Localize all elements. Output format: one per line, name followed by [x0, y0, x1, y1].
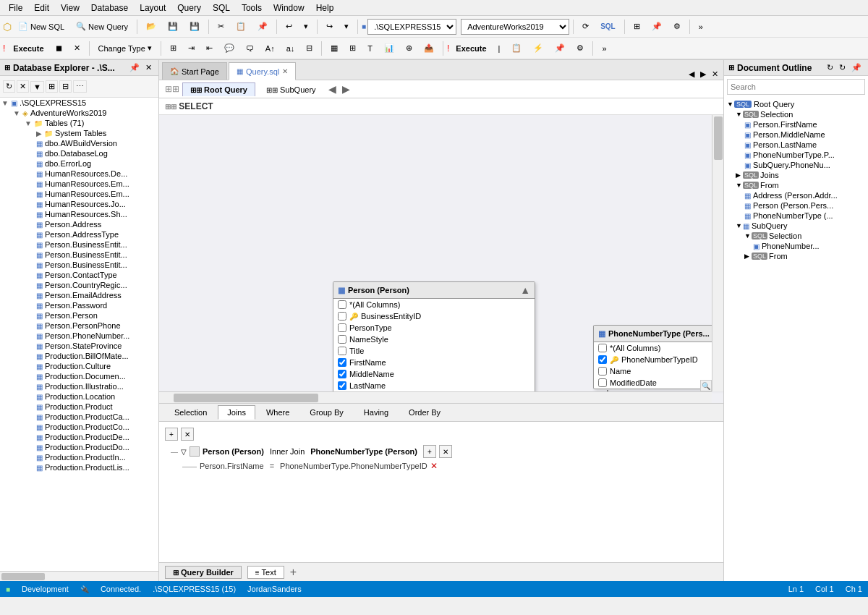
tree-table-18[interactable]: ▦ Person.PersonPhone: [0, 321, 158, 331]
tab-having[interactable]: Having: [354, 405, 398, 420]
tab-close-button[interactable]: ✕: [282, 67, 288, 75]
indent-button[interactable]: ⇥: [183, 40, 200, 57]
menu-file[interactable]: File: [3, 1, 28, 14]
text-button[interactable]: T: [362, 40, 378, 57]
sq-expand[interactable]: ▼: [736, 222, 743, 229]
phone-check-2[interactable]: [598, 367, 607, 376]
outline-from[interactable]: ▼ SQL From: [726, 180, 867, 190]
menu-help[interactable]: Help: [310, 1, 340, 14]
person-field-7[interactable]: LastName: [333, 380, 535, 391]
tree-table-1[interactable]: ▦ dbo.DatabaseLog: [0, 148, 158, 158]
phone-check-0[interactable]: [598, 344, 607, 352]
pin-button[interactable]: 📌: [647, 18, 667, 35]
tree-table-2[interactable]: ▦ dbo.ErrorLog: [0, 158, 158, 169]
outline-from-item-2[interactable]: ▦ PhoneNumberType (...: [726, 211, 867, 221]
tree-table-30[interactable]: ▦ Production.ProductDo...: [0, 442, 158, 452]
person-check-4[interactable]: [338, 347, 346, 355]
tab-next-button[interactable]: ▶: [698, 69, 708, 80]
tree-table-0[interactable]: ▦ dbo.AWBuildVersion: [0, 138, 158, 148]
export-button[interactable]: 📤: [419, 40, 439, 57]
open-button[interactable]: 📂: [141, 18, 161, 35]
undo-dropdown[interactable]: ▾: [299, 18, 313, 35]
outline-sub-selection[interactable]: ▼ SQL Selection: [726, 231, 867, 241]
phone-table-header[interactable]: ▦ PhoneNumberType (Pers... ▲: [594, 326, 723, 342]
settings2-button[interactable]: ⚙: [571, 40, 589, 57]
tree-database[interactable]: ▼ ◈ AdventureWorks2019: [0, 108, 158, 118]
redo-dropdown[interactable]: ▾: [339, 18, 354, 35]
condition-close-button[interactable]: ✕: [430, 461, 438, 471]
tree-table-19[interactable]: ▦ Person.PhoneNumber...: [0, 331, 158, 341]
tab-group-by[interactable]: Group By: [300, 405, 352, 420]
tree-table-29[interactable]: ▦ Production.ProductDe...: [0, 432, 158, 442]
phone-field-0[interactable]: *(All Columns): [594, 342, 723, 354]
tree-table-9[interactable]: ▦ Person.AddressType: [0, 229, 158, 239]
outline-from-item-0[interactable]: ▦ Address (Person.Addr...: [726, 190, 867, 200]
sql-mode-button[interactable]: SQL: [595, 18, 621, 35]
results-button[interactable]: ▦: [326, 40, 343, 57]
select-all-button[interactable]: ⊟: [301, 40, 318, 57]
refresh-outline-button[interactable]: ↻: [825, 62, 835, 73]
tab-prev-button[interactable]: ◀: [686, 69, 697, 80]
comment-button[interactable]: 💬: [219, 40, 239, 57]
menu-window[interactable]: Window: [268, 1, 310, 14]
rq-expand[interactable]: ▼: [727, 101, 734, 108]
filter-button[interactable]: ▼: [30, 81, 44, 93]
tab-query[interactable]: ▦ Query.sql ✕: [229, 62, 296, 80]
expand-all-button[interactable]: ⊞: [46, 80, 58, 93]
person-table-close[interactable]: ▲: [520, 285, 530, 295]
join-remove-button[interactable]: ✕: [181, 428, 194, 441]
tree-table-13[interactable]: ▦ Person.ContactType: [0, 270, 158, 280]
join-remove-condition-button[interactable]: ✕: [439, 445, 452, 458]
person-check-6[interactable]: [338, 370, 346, 378]
tree-table-25[interactable]: ▦ Production.Location: [0, 391, 158, 402]
tree-table-3[interactable]: ▦ HumanResources.De...: [0, 169, 158, 179]
refresh-outline2-button[interactable]: ↻: [837, 62, 848, 73]
outline-sel-item-4[interactable]: ▣ SubQuery.PhoneNu...: [726, 160, 867, 170]
person-field-2[interactable]: PersonType: [333, 322, 535, 334]
upper-button[interactable]: A↑: [260, 40, 280, 57]
tree-table-5[interactable]: ▦ HumanResources.Em...: [0, 189, 158, 199]
tree-table-16[interactable]: ▦ Person.Password: [0, 300, 158, 310]
phone-field-2[interactable]: Name: [594, 365, 723, 377]
db-hscroll[interactable]: [0, 571, 158, 581]
join-expand-1[interactable]: ▽: [181, 448, 187, 456]
outline-sel-item-1[interactable]: ▣ Person.MiddleName: [726, 130, 867, 140]
outline-search-input[interactable]: [727, 79, 865, 95]
tree-table-11[interactable]: ▦ Person.BusinessEntit...: [0, 250, 158, 260]
more-button[interactable]: »: [694, 18, 708, 35]
menu-query[interactable]: Query: [171, 1, 207, 14]
more-db-button[interactable]: ⋯: [73, 80, 87, 93]
phone-field-1[interactable]: 🔑 PhoneNumberTypeID: [594, 354, 723, 365]
save-button[interactable]: 💾: [163, 18, 183, 35]
copy-button[interactable]: 📋: [231, 18, 251, 35]
person-table-header[interactable]: ▦ Person (Person) ▲: [333, 282, 535, 299]
person-field-4[interactable]: Title: [333, 345, 535, 357]
execute-button-2[interactable]: Execute: [451, 40, 491, 57]
tree-table-10[interactable]: ▦ Person.BusinessEntit...: [0, 239, 158, 250]
tab-selection[interactable]: Selection: [165, 405, 216, 420]
tree-table-17[interactable]: ▦ Person.Person: [0, 310, 158, 321]
qb-search-button[interactable]: 🔍: [700, 380, 712, 391]
person-check-3[interactable]: [338, 335, 346, 344]
outline-subquery[interactable]: ▼ ▦ SubQuery: [726, 221, 867, 231]
collapse-all-button[interactable]: ⊟: [59, 80, 72, 93]
sub-tab-next-arrow[interactable]: ▶: [341, 82, 352, 96]
paste-button[interactable]: 📌: [252, 18, 273, 35]
tree-table-24[interactable]: ▦ Production.Illustratio...: [0, 381, 158, 391]
sub-tab-prev-arrow[interactable]: ◀: [327, 82, 338, 96]
join-add-condition-button[interactable]: +: [423, 445, 436, 458]
person-field-6[interactable]: MiddleName: [333, 368, 535, 380]
tree-table-12[interactable]: ▦ Person.BusinessEntit...: [0, 260, 158, 270]
tab-close-panel-button[interactable]: ✕: [710, 69, 720, 80]
pin2-button[interactable]: 📌: [550, 40, 570, 57]
tree-table-7[interactable]: ▦ HumanResources.Sh...: [0, 209, 158, 219]
perf-button[interactable]: ⚡: [528, 40, 548, 57]
person-check-7[interactable]: [338, 381, 346, 390]
tree-table-21[interactable]: ▦ Production.BillOfMate...: [0, 351, 158, 361]
tab-joins[interactable]: Joins: [218, 405, 255, 420]
phone-check-3[interactable]: [598, 378, 607, 387]
join-add-button[interactable]: +: [165, 428, 178, 441]
grid-button[interactable]: ⊞: [344, 40, 361, 57]
pin-panel-button[interactable]: 📌: [127, 62, 142, 73]
close-button[interactable]: ✕: [69, 40, 85, 57]
